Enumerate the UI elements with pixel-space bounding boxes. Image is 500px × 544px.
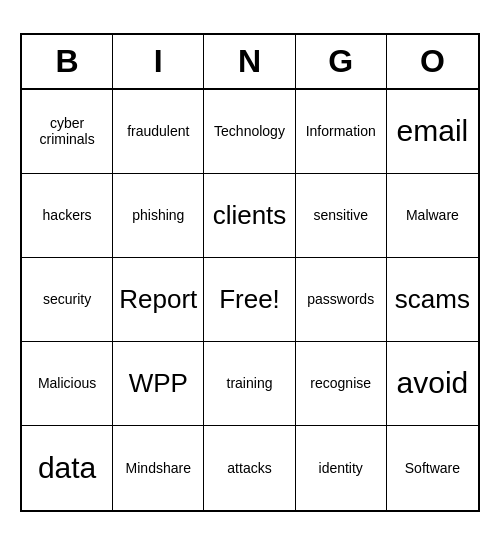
header-letter: O [387, 35, 478, 88]
bingo-card: BINGO cyber criminalsfraudulentTechnolog… [20, 33, 480, 512]
bingo-cell: clients [204, 174, 295, 258]
bingo-cell: Report [113, 258, 204, 342]
bingo-cell: passwords [296, 258, 387, 342]
header-letter: B [22, 35, 113, 88]
bingo-cell: email [387, 90, 478, 174]
bingo-cell: Technology [204, 90, 295, 174]
bingo-cell: scams [387, 258, 478, 342]
bingo-cell: sensitive [296, 174, 387, 258]
bingo-cell: phishing [113, 174, 204, 258]
bingo-cell: avoid [387, 342, 478, 426]
bingo-cell: data [22, 426, 113, 510]
bingo-cell: recognise [296, 342, 387, 426]
bingo-cell: Mindshare [113, 426, 204, 510]
bingo-cell: attacks [204, 426, 295, 510]
bingo-cell: training [204, 342, 295, 426]
bingo-cell: WPP [113, 342, 204, 426]
bingo-cell: Software [387, 426, 478, 510]
bingo-cell: hackers [22, 174, 113, 258]
bingo-cell: security [22, 258, 113, 342]
bingo-cell: Malicious [22, 342, 113, 426]
header-letter: I [113, 35, 204, 88]
header-letter: N [204, 35, 295, 88]
header-letter: G [296, 35, 387, 88]
bingo-cell: Free! [204, 258, 295, 342]
bingo-grid: cyber criminalsfraudulentTechnologyInfor… [22, 90, 478, 510]
bingo-cell: Information [296, 90, 387, 174]
bingo-cell: cyber criminals [22, 90, 113, 174]
bingo-cell: fraudulent [113, 90, 204, 174]
bingo-cell: identity [296, 426, 387, 510]
bingo-cell: Malware [387, 174, 478, 258]
bingo-header: BINGO [22, 35, 478, 90]
